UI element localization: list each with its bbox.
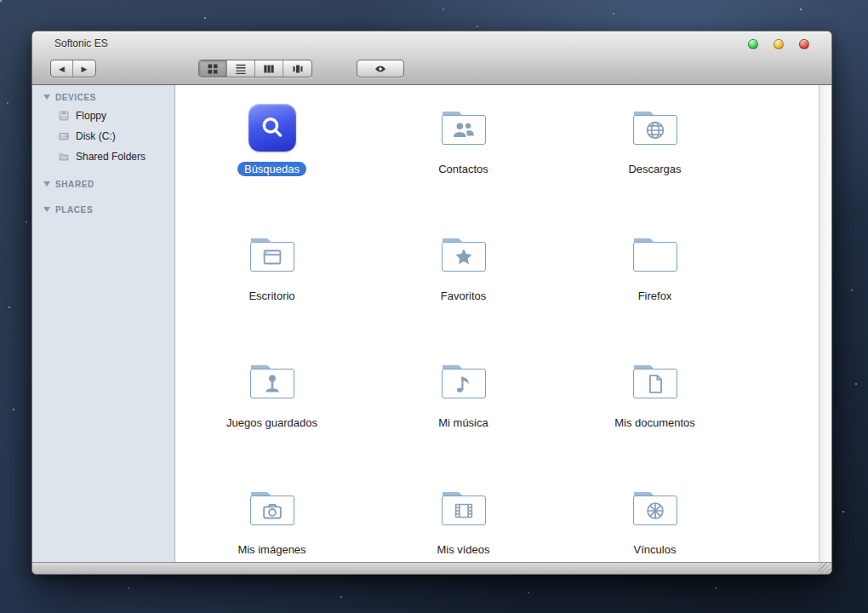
traffic-lights	[748, 39, 809, 49]
file-icon-cell[interactable]: Escritorio	[176, 217, 368, 344]
content-area: Búsquedas Contactos Descargas Escritorio	[176, 85, 819, 562]
sidebar-item-label: Disk (C:)	[76, 130, 116, 142]
file-icon-label: Mis vídeos	[430, 542, 496, 557]
titlebar[interactable]: Softonic ES ◀ ▶	[32, 32, 831, 85]
sidebar-section-items: Floppy Disk (C:) Shared Folders	[32, 106, 174, 167]
desktop: { "colors": { "selection_blue": "#3875d7…	[0, 0, 868, 613]
search-glyph-icon	[258, 113, 287, 142]
disclosure-triangle-icon[interactable]	[43, 181, 50, 186]
sidebar-item[interactable]: Floppy	[32, 106, 174, 126]
forward-button[interactable]: ▶	[73, 60, 95, 77]
sidebar-section-label: PLACES	[55, 205, 93, 215]
folder-icon	[628, 227, 682, 282]
file-icon-label: Mi música	[431, 415, 495, 430]
eye-icon	[374, 62, 387, 76]
joystick-glyph-icon	[260, 371, 285, 397]
navigation-segment: ◀ ▶	[50, 60, 96, 77]
star-glyph-icon	[451, 244, 477, 270]
file-icon-label: Juegos guardados	[220, 415, 324, 430]
file-icon-label: Contactos	[431, 162, 495, 176]
quicklook-segment	[357, 60, 404, 77]
disk-icon	[58, 130, 70, 142]
file-icon-label: Firefox	[631, 289, 679, 303]
links-glyph-icon	[642, 498, 668, 524]
file-icon-label: Descargas	[621, 162, 688, 176]
file-icon-label: Búsquedas	[237, 162, 306, 176]
file-icon-label: Vínculos	[627, 542, 683, 557]
film-glyph-icon	[451, 498, 477, 524]
sidebar-section-label: DEVICES	[55, 93, 96, 102]
file-icon-cell[interactable]: Mis vídeos	[368, 471, 559, 562]
quicklook-button[interactable]	[357, 60, 403, 77]
window-title: Softonic ES	[54, 37, 108, 49]
traffic-light-green[interactable]	[748, 39, 758, 49]
sidebar-item[interactable]: Disk (C:)	[32, 126, 174, 146]
forward-arrow-icon: ▶	[82, 65, 88, 73]
window-glyph-icon	[260, 244, 285, 270]
people-glyph-icon	[451, 117, 477, 143]
traffic-light-red[interactable]	[799, 39, 809, 49]
sidebar-section: PLACES	[32, 201, 174, 218]
file-icon-label: Favoritos	[434, 289, 493, 303]
file-icon-cell[interactable]: Mi música	[368, 344, 559, 471]
file-icon-cell[interactable]: Contactos	[368, 90, 559, 217]
file-icon-cell[interactable]: Firefox	[559, 217, 751, 344]
file-icon-cell[interactable]: Favoritos	[368, 217, 559, 344]
file-icon-cell[interactable]: Mis imágenes	[176, 471, 368, 562]
sidebar-section-header[interactable]: SHARED	[32, 175, 174, 192]
column-view-icon	[262, 62, 276, 76]
sidebar-section-header[interactable]: DEVICES	[32, 89, 174, 106]
disclosure-triangle-icon[interactable]	[43, 95, 50, 100]
globe-glyph-icon	[642, 117, 668, 143]
sidebar-section: DEVICES Floppy Disk (C:) Shared Folders	[32, 89, 174, 167]
disclosure-triangle-icon[interactable]	[43, 207, 50, 212]
vertical-scrollbar[interactable]	[819, 85, 831, 562]
column-view-button[interactable]	[255, 60, 283, 77]
icon-grid: Búsquedas Contactos Descargas Escritorio	[176, 85, 819, 562]
resize-grip-icon[interactable]	[819, 562, 831, 574]
shared-folder-icon	[58, 151, 70, 163]
desktop-stars	[0, 0, 2, 2]
file-icon-cell[interactable]: Descargas	[559, 90, 751, 217]
file-icon-cell[interactable]: Búsquedas	[176, 90, 368, 217]
sidebar-item-label: Shared Folders	[76, 151, 146, 163]
file-icon-cell[interactable]: Juegos guardados	[176, 344, 368, 471]
view-mode-segment	[198, 60, 312, 77]
back-arrow-icon: ◀	[59, 65, 65, 73]
sidebar-item-label: Floppy	[76, 110, 106, 122]
coverflow-view-icon	[291, 62, 305, 76]
list-view-button[interactable]	[227, 60, 255, 77]
back-button[interactable]: ◀	[51, 60, 73, 77]
finder-window: Softonic ES ◀ ▶ DEVICES	[31, 31, 832, 575]
sidebar-item[interactable]: Shared Folders	[32, 146, 174, 167]
sidebar-section-label: SHARED	[55, 180, 94, 189]
icon-view-button[interactable]	[199, 60, 227, 77]
file-icon-cell[interactable]: Vínculos	[559, 471, 751, 562]
file-icon-label: Mis documentos	[608, 415, 702, 430]
camera-glyph-icon	[260, 498, 285, 524]
sidebar-section: SHARED	[32, 175, 174, 192]
document-glyph-icon	[642, 371, 668, 397]
music-glyph-icon	[451, 371, 477, 397]
file-icon-label: Escritorio	[242, 289, 301, 303]
coverflow-view-button[interactable]	[283, 60, 311, 77]
sidebar-section-header[interactable]: PLACES	[32, 201, 174, 218]
floppy-icon	[58, 110, 70, 122]
window-bottom-bar	[32, 562, 831, 574]
list-view-icon	[234, 62, 248, 76]
file-icon-cell[interactable]: Mis documentos	[559, 344, 751, 471]
sidebar: DEVICES Floppy Disk (C:) Shared Folders …	[32, 85, 175, 562]
file-icon-label: Mis imágenes	[231, 542, 312, 557]
icon-view-icon	[206, 62, 220, 76]
traffic-light-yellow[interactable]	[774, 39, 784, 49]
